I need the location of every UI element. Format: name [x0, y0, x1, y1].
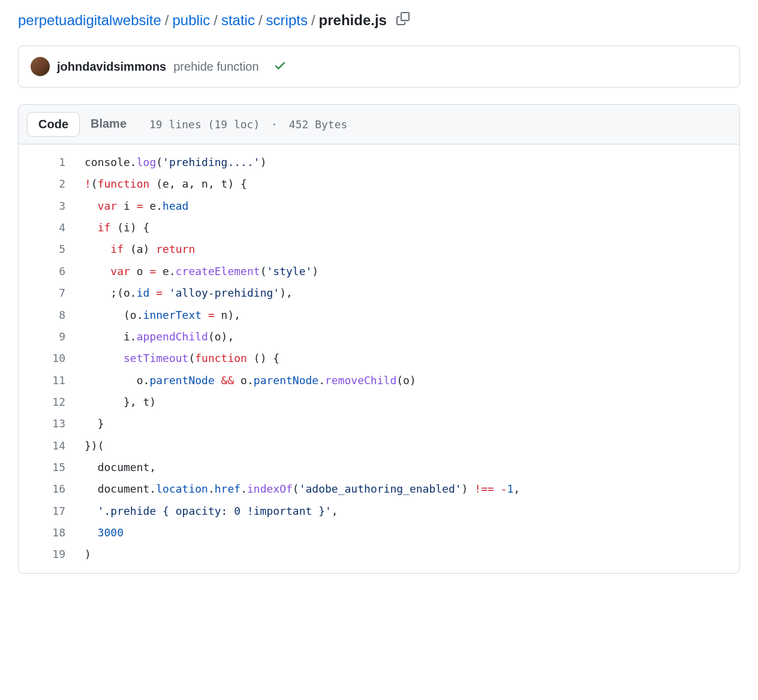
- line-number[interactable]: 19: [19, 544, 71, 565]
- copy-path-icon[interactable]: [396, 12, 410, 29]
- file-info-sep: ·: [271, 118, 278, 131]
- code-line: })(: [85, 435, 739, 457]
- code-line: 3000: [85, 522, 739, 544]
- line-number[interactable]: 8: [19, 304, 71, 326]
- breadcrumb-dir-public[interactable]: public: [173, 12, 210, 29]
- breadcrumb-dir-static[interactable]: static: [221, 12, 255, 29]
- code-line: if (a) return: [85, 239, 739, 260]
- code-container: Code Blame 19 lines (19 loc) · 452 Bytes…: [18, 104, 740, 574]
- breadcrumb-dir-scripts[interactable]: scripts: [266, 12, 308, 29]
- latest-commit-box: johndavidsimmons prehide function: [18, 46, 740, 88]
- code-body: 12345678910111213141516171819 console.lo…: [19, 144, 739, 573]
- breadcrumb-sep: /: [311, 12, 315, 29]
- breadcrumb-sep: /: [165, 12, 169, 29]
- code-header: Code Blame 19 lines (19 loc) · 452 Bytes: [19, 105, 739, 144]
- code-line: var o = e.createElement('style'): [85, 261, 739, 282]
- code-line: ;(o.id = 'alloy-prehiding'),: [85, 282, 739, 304]
- line-number[interactable]: 5: [19, 239, 71, 260]
- breadcrumb-sep: /: [258, 12, 263, 29]
- line-number[interactable]: 16: [19, 478, 71, 500]
- line-number[interactable]: 9: [19, 326, 71, 348]
- tab-code[interactable]: Code: [27, 112, 80, 137]
- line-number[interactable]: 6: [19, 261, 71, 282]
- code-line: if (i) {: [85, 217, 739, 239]
- file-lines: 19 lines (19 loc): [149, 118, 260, 131]
- code-line: var i = e.head: [85, 195, 739, 217]
- line-number[interactable]: 14: [19, 435, 71, 457]
- breadcrumb-current-file: prehide.js: [319, 12, 387, 29]
- line-number[interactable]: 4: [19, 217, 71, 239]
- breadcrumb-repo[interactable]: perpetuadigitalwebsite: [18, 12, 161, 29]
- code-line: '.prehide { opacity: 0 !important }',: [85, 500, 739, 522]
- line-number[interactable]: 15: [19, 457, 71, 478]
- line-number[interactable]: 10: [19, 348, 71, 369]
- breadcrumb-sep: /: [213, 12, 218, 29]
- line-number[interactable]: 1: [19, 152, 71, 173]
- line-number[interactable]: 11: [19, 370, 71, 391]
- code-line: document.location.href.indexOf('adobe_au…: [85, 478, 739, 500]
- file-info: 19 lines (19 loc) · 452 Bytes: [149, 118, 347, 131]
- commit-message[interactable]: prehide function: [173, 60, 258, 74]
- line-number[interactable]: 2: [19, 173, 71, 195]
- code-line: !(function (e, a, n, t) {: [85, 173, 739, 195]
- code-line: }, t): [85, 391, 739, 413]
- tab-blame[interactable]: Blame: [80, 112, 137, 137]
- code-lines[interactable]: console.log('prehiding....')!(function (…: [85, 152, 739, 566]
- line-number[interactable]: 12: [19, 391, 71, 413]
- line-number[interactable]: 13: [19, 413, 71, 435]
- line-number[interactable]: 7: [19, 282, 71, 304]
- code-line: setTimeout(function () {: [85, 348, 739, 369]
- commit-author[interactable]: johndavidsimmons: [57, 60, 166, 74]
- code-line: ): [85, 544, 739, 565]
- avatar[interactable]: [31, 57, 50, 76]
- code-line: (o.innerText = n),: [85, 304, 739, 326]
- code-line: }: [85, 413, 739, 435]
- code-line: document,: [85, 457, 739, 478]
- file-size: 452 Bytes: [289, 118, 348, 131]
- check-icon[interactable]: [273, 59, 287, 74]
- line-number[interactable]: 3: [19, 195, 71, 217]
- tab-group: Code Blame: [27, 112, 137, 137]
- line-number[interactable]: 18: [19, 522, 71, 544]
- breadcrumb: perpetuadigitalwebsite / public / static…: [18, 12, 740, 29]
- code-line: o.parentNode && o.parentNode.removeChild…: [85, 370, 739, 391]
- code-line: i.appendChild(o),: [85, 326, 739, 348]
- code-line: console.log('prehiding....'): [85, 152, 739, 173]
- line-number[interactable]: 17: [19, 500, 71, 522]
- line-numbers-gutter: 12345678910111213141516171819: [19, 152, 85, 566]
